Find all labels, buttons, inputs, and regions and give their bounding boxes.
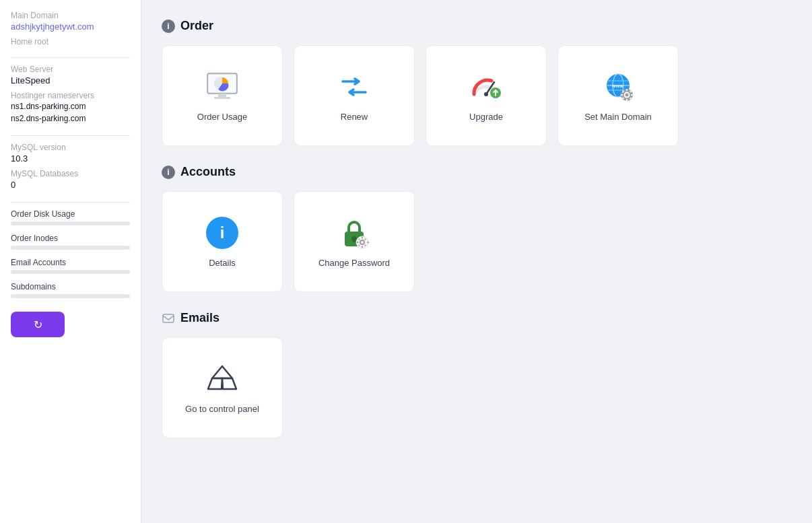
divider-1	[11, 57, 130, 58]
order-section-title: Order	[180, 19, 213, 33]
order-card-grid: Order Usage Renew	[162, 45, 792, 146]
order-usage-icon	[202, 70, 242, 104]
mysql-databases-label: MySQL Databases	[11, 169, 130, 178]
subdomains-label: Subdomains	[11, 282, 130, 291]
svg-point-30	[361, 241, 364, 244]
email-accounts-label: Email Accounts	[11, 258, 130, 267]
card-go-to-control-panel[interactable]: Go to control panel	[162, 337, 283, 438]
order-disk-progress	[11, 221, 130, 225]
subdomains-progress	[11, 294, 130, 298]
emails-envelope-icon	[162, 312, 175, 325]
svg-rect-19	[621, 94, 623, 96]
go-to-control-panel-icon	[202, 362, 242, 396]
mysql-version-section: MySQL version 10.3	[11, 143, 130, 166]
main-domain-section: Main Domain adshjkytjhgetywt.com	[11, 11, 130, 34]
accounts-card-grid: i Details	[162, 191, 792, 292]
email-accounts-progress	[11, 270, 130, 274]
mysql-databases-section: MySQL Databases 0	[11, 169, 130, 193]
sidebar: Main Domain adshjkytjhgetywt.com Home ro…	[0, 0, 141, 523]
nameservers-section: Hostinger nameservers ns1.dns-parking.co…	[11, 91, 130, 126]
svg-point-6	[484, 92, 488, 96]
emails-card-grid: Go to control panel	[162, 337, 792, 438]
order-inodes-section: Order Inodes	[11, 234, 130, 255]
refresh-button[interactable]: ↻	[11, 312, 65, 337]
subdomains-section: Subdomains	[11, 282, 130, 304]
home-root-section: Home root	[11, 37, 130, 48]
card-details[interactable]: i Details	[162, 191, 283, 292]
svg-rect-32	[362, 246, 363, 248]
web-server-section: Web Server LiteSpeed	[11, 65, 130, 88]
order-disk-label: Order Disk Usage	[11, 209, 130, 219]
svg-rect-18	[626, 99, 628, 101]
card-set-main-domain[interactable]: WWW Set Main Domain	[557, 45, 679, 146]
card-upgrade[interactable]: Upgrade	[426, 45, 547, 146]
email-accounts-section: Email Accounts	[11, 258, 130, 279]
order-inodes-label: Order Inodes	[11, 234, 130, 243]
mysql-version-label: MySQL version	[11, 143, 130, 152]
set-main-domain-label: Set Main Domain	[584, 112, 652, 122]
svg-rect-31	[362, 237, 363, 239]
svg-text:WWW: WWW	[612, 84, 623, 88]
emails-section-title: Emails	[180, 311, 219, 325]
order-info-icon: i	[162, 20, 175, 33]
svg-rect-3	[214, 97, 230, 99]
svg-rect-33	[357, 242, 359, 243]
divider-2	[11, 135, 130, 136]
accounts-info-icon: i	[162, 166, 175, 179]
svg-rect-17	[626, 89, 628, 91]
home-root-label: Home root	[11, 37, 130, 46]
refresh-icon: ↻	[34, 318, 42, 331]
card-renew[interactable]: Renew	[294, 45, 415, 146]
emails-section-header: Emails	[162, 311, 792, 325]
order-inodes-progress	[11, 246, 130, 250]
mysql-version-value: 10.3	[11, 153, 130, 164]
details-label: Details	[209, 258, 236, 268]
svg-rect-20	[631, 94, 633, 96]
details-icon: i	[202, 216, 242, 250]
details-info-circle: i	[206, 217, 238, 249]
order-disk-section: Order Disk Usage	[11, 209, 130, 231]
svg-rect-27	[353, 239, 356, 242]
svg-point-16	[625, 93, 629, 96]
card-change-password[interactable]: Change Password	[294, 191, 415, 292]
web-server-value: LiteSpeed	[11, 75, 130, 85]
go-to-control-panel-label: Go to control panel	[185, 404, 259, 414]
order-usage-label: Order Usage	[197, 112, 247, 122]
web-server-label: Web Server	[11, 65, 130, 74]
mysql-databases-value: 0	[11, 180, 130, 190]
renew-label: Renew	[341, 112, 368, 122]
svg-marker-40	[212, 366, 232, 378]
svg-marker-42	[222, 378, 236, 389]
svg-rect-2	[218, 94, 226, 97]
divider-3	[11, 202, 130, 203]
set-main-domain-icon: WWW	[598, 70, 638, 104]
nameserver1-value: ns1.dns-parking.com	[11, 102, 130, 111]
upgrade-icon	[466, 70, 506, 104]
svg-rect-34	[368, 242, 370, 243]
change-password-label: Change Password	[318, 258, 390, 268]
main-domain-link[interactable]: adshjkytjhgetywt.com	[11, 22, 130, 32]
renew-icon	[334, 70, 374, 104]
order-section-header: i Order	[162, 19, 792, 33]
accounts-section-header: i Accounts	[162, 165, 792, 179]
svg-marker-41	[208, 378, 222, 389]
card-order-usage[interactable]: Order Usage	[162, 45, 283, 146]
main-content: i Order	[141, 0, 812, 523]
svg-rect-39	[163, 314, 174, 322]
main-domain-label: Main Domain	[11, 11, 130, 20]
accounts-section-title: Accounts	[180, 165, 236, 179]
upgrade-label: Upgrade	[469, 112, 503, 122]
nameservers-label: Hostinger nameservers	[11, 91, 130, 100]
nameserver2-value: ns2.dns-parking.com	[11, 114, 130, 123]
change-password-icon	[334, 216, 374, 250]
